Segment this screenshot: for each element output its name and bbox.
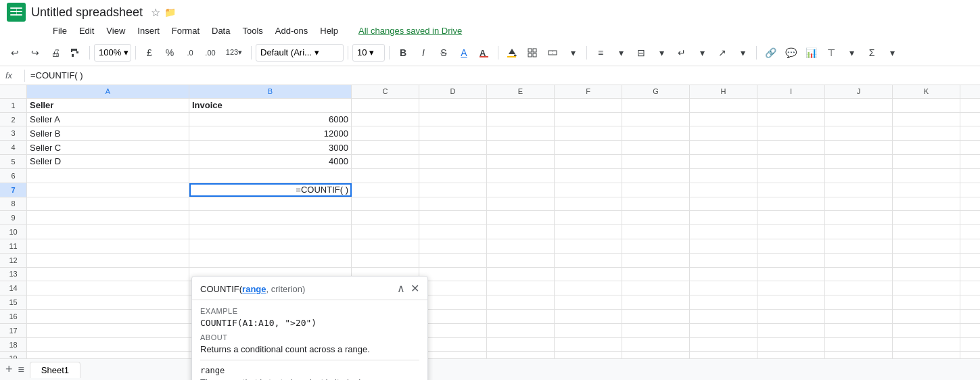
cell-e3[interactable] bbox=[487, 126, 555, 140]
cell-i1[interactable] bbox=[757, 99, 825, 112]
row-num-14[interactable]: 14 bbox=[0, 281, 27, 295]
cell-h9[interactable] bbox=[690, 211, 757, 224]
cell-b2[interactable]: 6000 bbox=[189, 113, 352, 126]
cell-h10[interactable] bbox=[690, 225, 757, 239]
italic-button[interactable]: I bbox=[414, 43, 433, 62]
cell-a2[interactable]: Seller A bbox=[27, 113, 189, 126]
cell-j1[interactable] bbox=[825, 99, 893, 112]
zoom-select[interactable]: 100% ▾ bbox=[94, 44, 131, 62]
row-num-3[interactable]: 3 bbox=[0, 126, 27, 140]
cell-a5[interactable]: Seller D bbox=[27, 155, 189, 168]
menu-file[interactable]: File bbox=[47, 24, 72, 38]
cell-k2[interactable] bbox=[893, 113, 960, 126]
cell-h17[interactable] bbox=[690, 324, 757, 337]
cell-d4[interactable] bbox=[419, 141, 487, 154]
row-num-11[interactable]: 11 bbox=[0, 239, 27, 253]
cell-k11[interactable] bbox=[893, 239, 960, 253]
col-header-j[interactable]: J bbox=[825, 85, 893, 98]
wrap-chevron[interactable]: ▾ bbox=[693, 43, 711, 62]
cell-f14[interactable] bbox=[555, 281, 622, 295]
cell-f10[interactable] bbox=[555, 225, 622, 239]
menu-edit[interactable]: Edit bbox=[74, 24, 99, 38]
cell-c2[interactable] bbox=[352, 113, 419, 126]
cell-j8[interactable] bbox=[825, 197, 893, 211]
cell-d3[interactable] bbox=[419, 126, 487, 140]
col-header-f[interactable]: F bbox=[555, 85, 622, 98]
row-num-17[interactable]: 17 bbox=[0, 324, 27, 337]
cell-f17[interactable] bbox=[555, 324, 622, 337]
col-header-d[interactable]: D bbox=[419, 85, 487, 98]
cell-i3[interactable] bbox=[757, 126, 825, 140]
cell-h8[interactable] bbox=[690, 197, 757, 211]
cell-f9[interactable] bbox=[555, 211, 622, 224]
cell-b10[interactable] bbox=[189, 225, 352, 239]
cell-f16[interactable] bbox=[555, 310, 622, 323]
collapse-popup-button[interactable]: ∧ bbox=[397, 283, 405, 294]
cell-g3[interactable] bbox=[622, 126, 690, 140]
merge-button[interactable] bbox=[543, 43, 562, 62]
sheet-tab-sheet1[interactable]: Sheet1 bbox=[30, 362, 80, 378]
cell-c7[interactable] bbox=[352, 183, 419, 197]
cell-c1[interactable] bbox=[352, 99, 419, 112]
row-num-6[interactable]: 6 bbox=[0, 169, 27, 183]
cell-f4[interactable] bbox=[555, 141, 622, 154]
cell-j15[interactable] bbox=[825, 295, 893, 309]
cell-e6[interactable] bbox=[487, 169, 555, 183]
cell-k14[interactable] bbox=[893, 281, 960, 295]
sheet-menu-button[interactable]: ≡ bbox=[18, 364, 24, 376]
cell-h11[interactable] bbox=[690, 239, 757, 253]
cell-k4[interactable] bbox=[893, 141, 960, 154]
row-num-9[interactable]: 9 bbox=[0, 211, 27, 224]
cell-e16[interactable] bbox=[487, 310, 555, 323]
cell-d8[interactable] bbox=[419, 197, 487, 211]
row-num-5[interactable]: 5 bbox=[0, 155, 27, 168]
menu-insert[interactable]: Insert bbox=[132, 24, 165, 38]
cell-i5[interactable] bbox=[757, 155, 825, 168]
col-header-k[interactable]: K bbox=[893, 85, 960, 98]
cell-b1[interactable]: Invoice bbox=[189, 99, 352, 112]
cell-d1[interactable] bbox=[419, 99, 487, 112]
cell-a17[interactable] bbox=[27, 324, 189, 337]
cell-a1[interactable]: Seller bbox=[27, 99, 189, 112]
cell-k6[interactable] bbox=[893, 169, 960, 183]
cell-g8[interactable] bbox=[622, 197, 690, 211]
cell-k8[interactable] bbox=[893, 197, 960, 211]
cell-b11[interactable] bbox=[189, 239, 352, 253]
cell-i16[interactable] bbox=[757, 310, 825, 323]
cell-f1[interactable] bbox=[555, 99, 622, 112]
row-num-4[interactable]: 4 bbox=[0, 141, 27, 154]
cell-k10[interactable] bbox=[893, 225, 960, 239]
cell-d14[interactable] bbox=[419, 281, 487, 295]
cell-i12[interactable] bbox=[757, 254, 825, 267]
menu-view[interactable]: View bbox=[101, 24, 131, 38]
cell-h4[interactable] bbox=[690, 141, 757, 154]
cell-h16[interactable] bbox=[690, 310, 757, 323]
col-header-e[interactable]: E bbox=[487, 85, 555, 98]
cell-a8[interactable] bbox=[27, 197, 189, 211]
cell-f2[interactable] bbox=[555, 113, 622, 126]
cell-j14[interactable] bbox=[825, 281, 893, 295]
cell-f7[interactable] bbox=[555, 183, 622, 197]
cell-f5[interactable] bbox=[555, 155, 622, 168]
folder-icon[interactable]: 📁 bbox=[164, 7, 176, 18]
cell-a15[interactable] bbox=[27, 295, 189, 309]
chart-button[interactable]: 📊 bbox=[801, 43, 820, 62]
undo-button[interactable]: ↩ bbox=[5, 43, 24, 62]
col-header-i[interactable]: I bbox=[757, 85, 825, 98]
cell-j6[interactable] bbox=[825, 169, 893, 183]
decimal-inc-button[interactable]: .00 bbox=[201, 43, 220, 62]
cell-a13[interactable] bbox=[27, 268, 189, 281]
formula-input[interactable] bbox=[30, 70, 975, 80]
cell-g13[interactable] bbox=[622, 268, 690, 281]
cell-f15[interactable] bbox=[555, 295, 622, 309]
bold-button[interactable]: B bbox=[394, 43, 413, 62]
cell-g11[interactable] bbox=[622, 239, 690, 253]
cell-c11[interactable] bbox=[352, 239, 419, 253]
cell-k15[interactable] bbox=[893, 295, 960, 309]
cell-i7[interactable] bbox=[757, 183, 825, 197]
col-header-h[interactable]: H bbox=[690, 85, 757, 98]
cell-f3[interactable] bbox=[555, 126, 622, 140]
cell-g2[interactable] bbox=[622, 113, 690, 126]
cell-d10[interactable] bbox=[419, 225, 487, 239]
menu-addons[interactable]: Add-ons bbox=[270, 24, 313, 38]
